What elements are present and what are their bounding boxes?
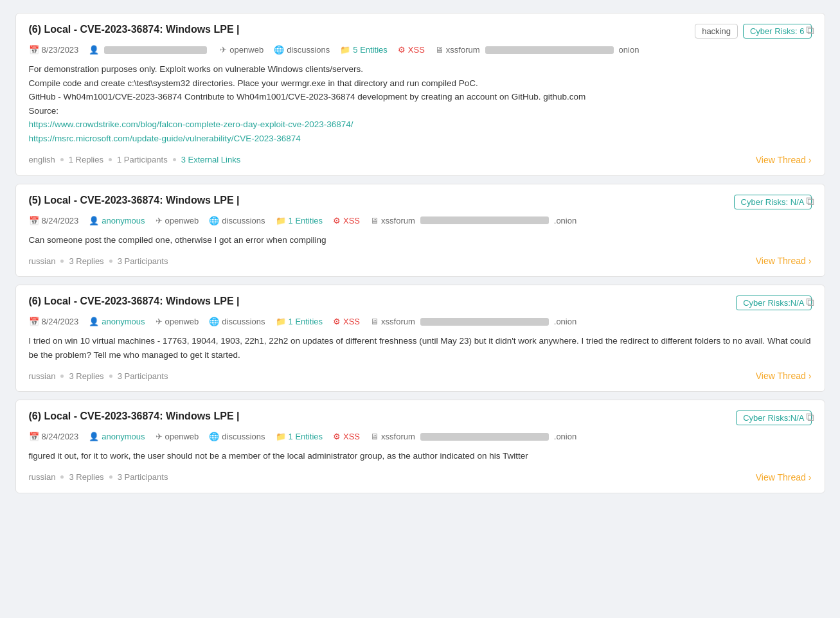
source-label: openweb	[165, 317, 199, 326]
forum-item: 🖥 xssforum onion	[435, 45, 639, 55]
entities-link[interactable]: 1 Entities	[289, 432, 323, 441]
category-item: 🌐 discussions	[209, 432, 265, 441]
author-link[interactable]: anonymous	[102, 317, 145, 326]
forum-blur	[420, 216, 549, 224]
date-item: 📅 8/24/2023	[29, 432, 79, 441]
thread-badges: Cyber Risks:N/A	[736, 296, 811, 310]
thread-footer: english 1 Replies 1 Participants 3 Exter…	[29, 155, 812, 165]
monitor-icon: 🖥	[370, 216, 379, 225]
cyber-risks-badge: Cyber Risks: 6	[743, 24, 812, 39]
copy-icon[interactable]: ⧉	[806, 24, 814, 37]
forum-item: 🖥 xssforum .onion	[370, 432, 576, 441]
thread-title: (6) Local - CVE-2023-36874: Windows LPE …	[29, 296, 240, 307]
copy-icon[interactable]: ⧉	[806, 195, 814, 208]
view-thread-button[interactable]: View Thread ›	[756, 371, 812, 381]
dot-2	[109, 260, 112, 263]
body-text-2: Compile code and create c:\test\system32…	[29, 78, 478, 88]
participants: 3 Participants	[118, 256, 168, 266]
thread-header: (5) Local - CVE-2023-36874: Windows LPE …	[29, 195, 812, 209]
category-item: 🌐 discussions	[209, 317, 265, 326]
xss-label: XSS	[343, 216, 360, 225]
thread-card-3: (6) Local - CVE-2023-36874: Windows LPE …	[15, 285, 825, 392]
footer-left: russian 3 Replies 3 Participants	[29, 472, 168, 482]
entities-link[interactable]: 1 Entities	[289, 216, 323, 225]
body-text: I tried on win 10 virtual machines - 177…	[29, 336, 811, 360]
forum-label: xssforum	[446, 45, 480, 55]
monitor-icon: 🖥	[435, 45, 443, 55]
author-link[interactable]: anonymous	[102, 432, 145, 441]
author-item: 👤 anonymous	[89, 216, 145, 225]
globe-icon: 🌐	[209, 432, 219, 441]
dot-1	[60, 158, 64, 161]
entities-link[interactable]: 1 Entities	[289, 317, 323, 326]
thread-card-1: (6) Local - CVE-2023-36874: Windows LPE …	[15, 13, 825, 176]
source-item: ✈ openweb	[156, 317, 199, 326]
category-label: discussions	[222, 432, 265, 441]
send-icon: ✈	[156, 432, 163, 441]
thread-title: (6) Local - CVE-2023-36874: Windows LPE …	[29, 411, 240, 422]
source-label: openweb	[229, 45, 264, 55]
thread-meta: 📅 8/24/2023 👤 anonymous ✈ openweb 🌐 disc…	[29, 216, 812, 225]
entities-item: 📁 1 Entities	[276, 317, 323, 326]
author-item: 👤	[89, 45, 210, 55]
replies: 3 Replies	[69, 256, 103, 266]
date-item: 📅 8/23/2023	[29, 45, 79, 55]
author-link[interactable]: anonymous	[102, 216, 145, 225]
dot-3	[173, 158, 176, 161]
body-text-3: GitHub - Wh04m1001/CVE-2023-36874 Contri…	[29, 92, 586, 102]
category-label: discussions	[222, 216, 265, 225]
language: russian	[29, 472, 56, 482]
thread-date: 8/24/2023	[42, 432, 79, 441]
user-icon: 👤	[89, 432, 99, 441]
entities-link[interactable]: 5 Entities	[353, 45, 387, 55]
xss-icon: ⚙	[398, 45, 406, 55]
participants: 3 Participants	[118, 371, 168, 381]
send-icon: ✈	[156, 216, 163, 225]
xss-label: XSS	[408, 45, 425, 55]
copy-icon[interactable]: ⧉	[806, 411, 814, 424]
source-link-2[interactable]: https://msrc.microsoft.com/update-guide/…	[29, 134, 301, 143]
xss-item: ⚙ XSS	[333, 432, 360, 441]
body-text: figured it out, for it to work, the user…	[29, 451, 528, 461]
chevron-icon: ›	[809, 155, 812, 165]
xss-icon: ⚙	[333, 317, 341, 326]
forum-label: xssforum	[381, 216, 415, 225]
copy-icon[interactable]: ⧉	[806, 296, 814, 309]
view-thread-button[interactable]: View Thread ›	[756, 155, 812, 165]
view-thread-button[interactable]: View Thread ›	[756, 472, 812, 482]
forum-item: 🖥 xssforum .onion	[370, 216, 576, 225]
forum-label: xssforum	[381, 317, 415, 326]
thread-footer: russian 3 Replies 3 Participants View Th…	[29, 371, 812, 381]
entities-item: 📁 5 Entities	[340, 45, 387, 55]
globe-icon: 🌐	[209, 216, 219, 225]
xss-icon: ⚙	[333, 432, 341, 441]
category-item: 🌐 discussions	[274, 45, 330, 55]
forum-blur	[420, 433, 549, 441]
onion-label: .onion	[554, 317, 576, 326]
onion-label: onion	[619, 45, 639, 55]
replies: 1 Replies	[69, 155, 103, 164]
language: english	[29, 155, 55, 164]
entities-item: 📁 1 Entities	[276, 216, 323, 225]
cyber-risks-badge: Cyber Risks:N/A	[736, 296, 811, 310]
replies: 3 Replies	[69, 472, 103, 482]
body-text-1: For demonstration purposes only. Exploit…	[29, 64, 363, 74]
view-thread-label: View Thread	[756, 256, 806, 266]
source-label: openweb	[165, 216, 199, 225]
dot-1	[60, 260, 64, 263]
dot-1	[60, 475, 64, 479]
forum-item: 🖥 xssforum .onion	[370, 317, 576, 326]
author-item: 👤 anonymous	[89, 317, 145, 326]
thread-meta: 📅 8/24/2023 👤 anonymous ✈ openweb 🌐 disc…	[29, 317, 812, 326]
thread-header: (6) Local - CVE-2023-36874: Windows LPE …	[29, 411, 812, 425]
date-item: 📅 8/24/2023	[29, 317, 79, 326]
xss-item: ⚙ XSS	[333, 317, 360, 326]
view-thread-button[interactable]: View Thread ›	[756, 256, 812, 266]
source-link-1[interactable]: https://www.crowdstrike.com/blog/falcon-…	[29, 119, 353, 129]
thread-badges: Cyber Risks: N/A	[734, 195, 812, 209]
xss-label: XSS	[343, 432, 360, 441]
body-text: Can someone post the compiled one, other…	[29, 235, 326, 245]
participants: 3 Participants	[118, 472, 168, 482]
view-thread-label: View Thread	[756, 155, 806, 165]
calendar-icon: 📅	[29, 432, 39, 441]
